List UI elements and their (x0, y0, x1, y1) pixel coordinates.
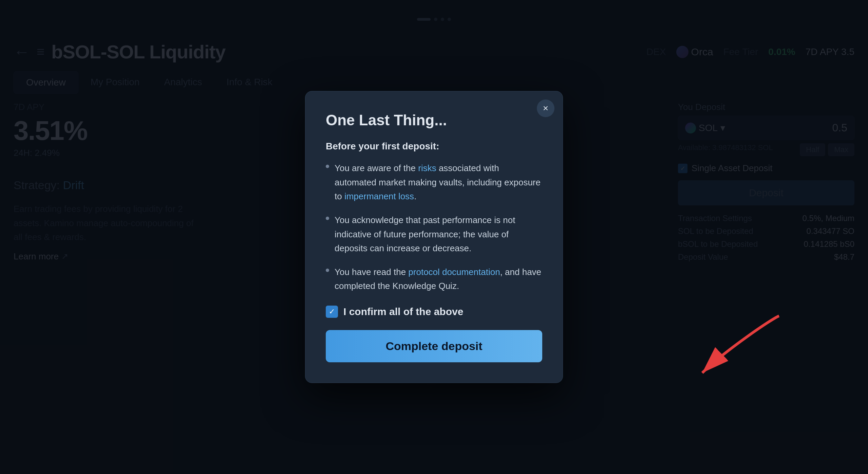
bullet-2 (326, 217, 329, 220)
modal-backdrop: × One Last Thing... Before your first de… (0, 0, 868, 474)
modal-checklist: You are aware of the risks associated wi… (326, 161, 542, 293)
modal-list-item-1: You are aware of the risks associated wi… (326, 161, 542, 204)
confirm-row: ✓ I confirm all of the above (326, 306, 542, 318)
modal-close-button[interactable]: × (537, 99, 554, 117)
complete-deposit-button[interactable]: Complete deposit (326, 330, 542, 362)
protocol-doc-link[interactable]: protocol documentation (408, 267, 500, 277)
modal-subtitle: Before your first deposit: (326, 141, 542, 152)
bullet-1 (326, 165, 329, 168)
risks-link[interactable]: risks (418, 163, 436, 173)
confirm-label: I confirm all of the above (343, 306, 463, 317)
confirm-checkbox[interactable]: ✓ (326, 306, 338, 318)
confirmation-modal: × One Last Thing... Before your first de… (305, 91, 563, 383)
modal-title: One Last Thing... (326, 112, 542, 129)
bullet-3 (326, 269, 329, 272)
modal-list-item-2: You acknowledge that past performance is… (326, 213, 542, 256)
impermanent-loss-link[interactable]: impermanent loss (344, 191, 414, 201)
modal-list-item-3: You have read the protocol documentation… (326, 265, 542, 293)
